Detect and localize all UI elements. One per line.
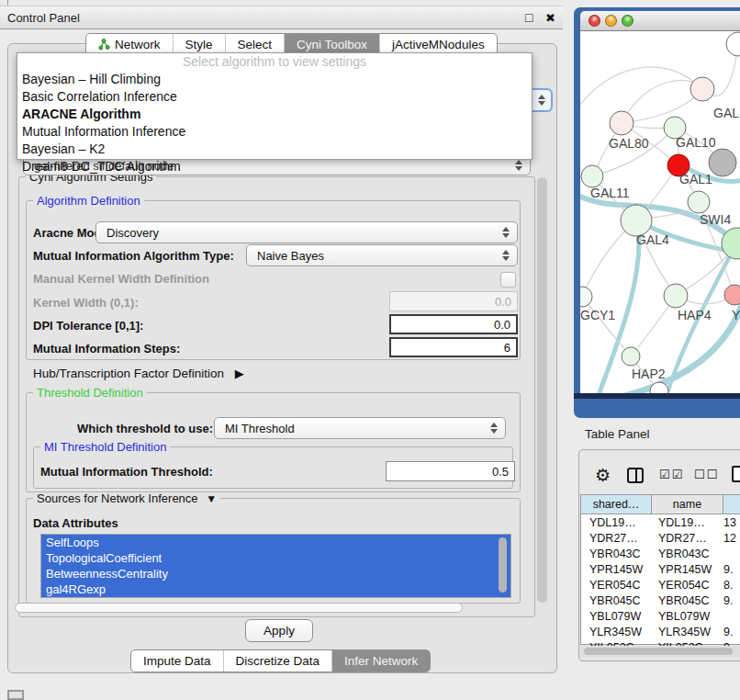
table-row[interactable]: YDL19… YDL19… 13	[581, 514, 740, 530]
table-panel-title: Table Panel	[585, 427, 650, 441]
sources-title[interactable]: Sources for Network Inference ▼	[33, 492, 220, 505]
table-row[interactable]: YBR043C YBR043C	[581, 546, 740, 561]
which-threshold-combo[interactable]: MI Threshold	[214, 417, 506, 439]
tab-discretize-data[interactable]: Discretize Data	[223, 650, 332, 672]
popup-item-bayesian-hill-climbing[interactable]: Bayesian – Hill Climbing	[17, 71, 532, 88]
kernel-width-field[interactable]: 0.0	[389, 291, 518, 311]
svg-text:GAL10: GAL10	[676, 135, 716, 150]
manual-kernel-checkbox[interactable]	[500, 272, 516, 288]
hide-columns-icon[interactable]: ☐☐	[694, 468, 719, 481]
popup-item-mutual-information[interactable]: Mutual Information Inference	[17, 123, 532, 141]
network-window-bottom-shadow	[574, 393, 740, 399]
network-canvas[interactable]: GAL GAL80 GAL10 GAL1 GAL11 SWI4 GAL4 GCY…	[580, 31, 740, 393]
new-table-icon[interactable]	[732, 466, 740, 482]
table-row[interactable]: YBL079W YBL079W	[581, 608, 740, 624]
node-hap2[interactable]	[622, 347, 640, 366]
node-gal1-neighbor[interactable]	[688, 191, 710, 213]
mi-threshold-label: Mutual Information Threshold:	[40, 465, 213, 479]
show-selected-columns-icon[interactable]: ☑☑	[659, 468, 684, 481]
svg-text:GAL: GAL	[713, 106, 739, 120]
attribute-topologicalcoefficient[interactable]: TopologicalCoefficient	[41, 550, 510, 566]
settings-vscrollbar[interactable]	[537, 177, 547, 603]
network-node-labels: GAL GAL80 GAL10 GAL1 GAL11 SWI4 GAL4 GCY…	[580, 106, 740, 381]
popup-item-basic-correlation[interactable]: Basic Correlation Inference	[17, 88, 532, 106]
table-hscrollbar[interactable]	[584, 648, 733, 655]
svg-text:GAL1: GAL1	[679, 172, 712, 186]
svg-text:GAL80: GAL80	[609, 136, 649, 151]
control-panel-titlebar: Control Panel □ ✖	[0, 6, 563, 29]
column-header-partial[interactable]	[723, 495, 740, 514]
tab-network-label: Network	[115, 38, 161, 51]
node-gal-partial[interactable]	[690, 77, 714, 101]
network-canvas-wrap: GAL GAL80 GAL10 GAL1 GAL11 SWI4 GAL4 GCY…	[580, 31, 740, 393]
network-tab-icon	[98, 39, 110, 51]
svg-text:Y: Y	[732, 308, 740, 322]
sources-collapse-icon[interactable]: ▼	[206, 492, 217, 505]
algorithm-definition-title: Algorithm Definition	[33, 195, 144, 208]
attributes-list-scrollbar[interactable]	[499, 537, 507, 593]
kernel-width-label: Kernel Width (0,1):	[33, 296, 139, 310]
mi-type-value: Naive Bayes	[257, 249, 324, 263]
svg-text:HAP4: HAP4	[678, 308, 712, 322]
apply-button[interactable]: Apply	[245, 619, 313, 642]
manual-kernel-label: Manual Kernel Width Definition	[33, 272, 209, 286]
hub-section-label[interactable]: Hub/Transcription Factor Definition ▶	[33, 367, 244, 380]
node-gal11[interactable]	[581, 165, 603, 187]
attribute-selfloops[interactable]: SelfLoops	[41, 535, 510, 550]
hub-expand-icon[interactable]: ▶	[235, 367, 244, 380]
dpi-tolerance-label: DPI Tolerance [0,1]:	[33, 319, 143, 333]
svg-text:GAL11: GAL11	[590, 186, 630, 200]
dpi-tolerance-field[interactable]: 0.0	[389, 314, 518, 334]
close-window-icon[interactable]: ✖	[545, 11, 555, 25]
table-rows: YDL19… YDL19… 13 YDR27… YDR27… 12 YBR043…	[581, 514, 740, 647]
mi-threshold-field[interactable]: 0.5	[386, 461, 515, 481]
node-hap4[interactable]	[664, 284, 688, 308]
which-threshold-value: MI Threshold	[225, 422, 295, 435]
node-salmon[interactable]	[724, 285, 740, 305]
node-gal4[interactable]	[621, 205, 652, 236]
column-header-shared-name[interactable]: shared…	[581, 495, 652, 514]
mi-type-label: Mutual Information Algorithm Type:	[33, 249, 234, 263]
mi-threshold-title: MI Threshold Definition	[40, 441, 170, 454]
table-row[interactable]: YPR145W YPR145W 9.	[581, 561, 740, 577]
settings-hscrollbar[interactable]	[15, 603, 463, 613]
algorithm-popup: Select algorithm to view settings Bayesi…	[17, 52, 533, 160]
node-gcy1[interactable]	[580, 287, 592, 307]
algorithm-combo-sliver[interactable]	[530, 88, 553, 112]
split-columns-icon[interactable]	[627, 468, 644, 483]
svg-text:SWI4: SWI4	[700, 212, 731, 227]
attribute-betweennesscentrality[interactable]: BetweennessCentrality	[41, 566, 510, 581]
popup-item-dream8[interactable]: Dream8 DC_TDC Algorithm	[17, 158, 532, 175]
node-top-white[interactable]	[726, 32, 740, 56]
table-row[interactable]: YBR045C YBR045C 9.	[581, 593, 740, 608]
which-threshold-label: Which threshold to use:	[77, 422, 213, 435]
table-row[interactable]: YDR27… YDR27… 12	[581, 530, 740, 546]
column-header-name[interactable]: name	[652, 495, 723, 514]
tab-impute-data[interactable]: Impute Data	[131, 650, 223, 672]
control-panel-title: Control Panel	[7, 11, 80, 25]
mi-steps-field[interactable]: 6	[389, 337, 518, 357]
gear-icon[interactable]: ⚙	[595, 465, 611, 486]
aracne-mode-value: Discovery	[107, 226, 159, 240]
table-row[interactable]: YER054C YER054C 8.	[581, 577, 740, 593]
node-gray[interactable]	[709, 149, 736, 176]
float-window-icon[interactable]: □	[525, 10, 533, 25]
popup-item-aracne[interactable]: ARACNE Algorithm	[17, 106, 532, 123]
window-zoom-button[interactable]	[622, 15, 633, 27]
table-row[interactable]: YLR345W YLR345W 9.	[581, 624, 740, 639]
bottom-tabs: Impute Data Discretize Data Infer Networ…	[130, 649, 431, 672]
window-close-button[interactable]	[589, 15, 600, 27]
window-minimize-button[interactable]	[605, 15, 617, 27]
node-gal80[interactable]	[610, 111, 633, 135]
svg-text:GAL4: GAL4	[636, 232, 669, 247]
attribute-gal4rgexp[interactable]: gal4RGexp	[41, 581, 510, 597]
data-attributes-label: Data Attributes	[33, 516, 118, 530]
mi-type-combo[interactable]: Naive Bayes	[246, 244, 518, 266]
minimized-panel-grip[interactable]	[7, 690, 24, 700]
svg-text:HAP2: HAP2	[632, 367, 666, 381]
aracne-mode-combo[interactable]: Discovery	[95, 221, 518, 243]
algorithm-popup-placeholder: Select algorithm to view settings	[17, 53, 532, 71]
popup-item-bayesian-k2[interactable]: Bayesian – K2	[17, 141, 532, 158]
tab-infer-network[interactable]: Infer Network	[331, 650, 430, 672]
data-attributes-list[interactable]: SelfLoops TopologicalCoefficient Between…	[40, 534, 511, 598]
